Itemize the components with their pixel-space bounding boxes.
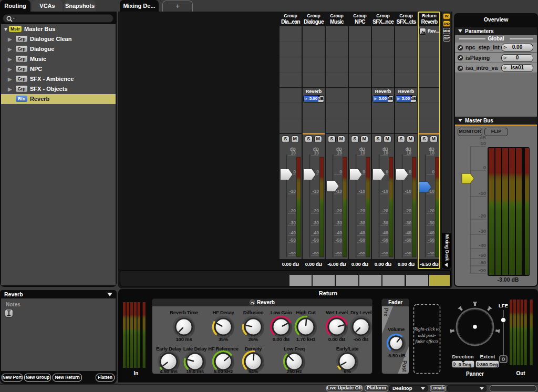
mute-button[interactable]: M bbox=[291, 136, 299, 143]
parameter-row-isa_intro_va[interactable]: isa_intro_va▷isa01 bbox=[455, 63, 537, 73]
mixer-strip-npc[interactable]: GroupNPCSMdB100-10-20-30-40-50-oo0.00 dB bbox=[349, 12, 372, 269]
fader-handle[interactable] bbox=[304, 169, 316, 180]
mute-button[interactable]: M bbox=[430, 136, 438, 143]
solo-button[interactable]: S bbox=[397, 136, 405, 143]
expander-closed-icon[interactable]: ▶ bbox=[8, 67, 12, 71]
rail-out-button[interactable]: OUT bbox=[443, 35, 450, 42]
tree-item-reverb[interactable]: RtnReverb bbox=[1, 94, 116, 104]
dry-level-knob[interactable] bbox=[349, 315, 374, 339]
fx-slot[interactable]: Rev... bbox=[419, 28, 440, 35]
tree-item-dialogue[interactable]: ▶GrpDialogue bbox=[1, 44, 116, 54]
low-gain-knob[interactable] bbox=[269, 315, 294, 339]
mixer-strip-reverb[interactable]: ReturnReverbRev...SMdB100-10-20-30-40-50… bbox=[418, 12, 441, 269]
navigator-block[interactable] bbox=[382, 275, 405, 286]
mute-button[interactable]: M bbox=[407, 136, 415, 143]
tab-vcas[interactable]: VCAs bbox=[32, 0, 63, 12]
platform-button[interactable]: Platform bbox=[365, 385, 388, 391]
parameters-section-header[interactable]: Parameters bbox=[455, 27, 537, 35]
volume-knob[interactable] bbox=[386, 333, 407, 354]
effect-header[interactable]: Reverb bbox=[152, 299, 372, 306]
navigator-block[interactable] bbox=[429, 275, 450, 286]
master-bus-meter[interactable]: dB100-10-20-30-40-50-60-oo-3.00 dB bbox=[458, 136, 537, 288]
panner-position-dot[interactable] bbox=[473, 325, 477, 329]
mixer-strip-music[interactable]: GroupMusicSMdB100-10-20-30-40-50-oo-6.00… bbox=[326, 12, 349, 269]
tree-item-npc[interactable]: ▶GrpNPC bbox=[1, 64, 116, 74]
reverb-time-knob[interactable] bbox=[172, 315, 196, 339]
parameter-value-box[interactable]: ▷0.00 bbox=[501, 44, 533, 51]
notes-edit-button[interactable] bbox=[5, 309, 13, 317]
locale-select[interactable] bbox=[447, 385, 487, 391]
tab-routing[interactable]: Routing bbox=[0, 0, 30, 12]
flip-button[interactable]: FLIP bbox=[484, 128, 508, 136]
extent-value-box[interactable]: 360 Deg bbox=[475, 360, 499, 368]
fader-handle[interactable] bbox=[396, 169, 409, 180]
mixer-strip-sfxcts[interactable]: GroupSFX...ctsReverb▷-5.00dBSMdB100-10-2… bbox=[395, 12, 418, 269]
solo-button[interactable]: S bbox=[305, 136, 313, 143]
expander-closed-icon[interactable]: ▶ bbox=[8, 87, 12, 91]
navigator-block[interactable] bbox=[313, 275, 335, 286]
expander-closed-icon[interactable]: ▶ bbox=[8, 47, 12, 51]
send-value[interactable]: ▷-5.00dB bbox=[303, 95, 324, 102]
master-bus-section-header[interactable]: Master Bus bbox=[455, 117, 537, 125]
tab-add[interactable]: + bbox=[162, 1, 193, 12]
expander-closed-icon[interactable]: ▶ bbox=[8, 37, 12, 42]
mixer-strip-diaean[interactable]: GroupDia...eanSMdB100-10-20-30-40-50-oo0… bbox=[280, 12, 303, 269]
rail-mcr-button[interactable]: MCR bbox=[443, 28, 450, 34]
master-fader-handle[interactable] bbox=[462, 173, 474, 183]
wet-level-knob[interactable] bbox=[325, 315, 349, 339]
hf-decay-knob[interactable] bbox=[211, 315, 236, 339]
navigator-block[interactable] bbox=[289, 275, 312, 286]
collapse-caret-icon[interactable] bbox=[107, 293, 112, 296]
direction-value-box[interactable]: 0 Deg bbox=[452, 360, 474, 368]
lfe-slider-handle[interactable] bbox=[501, 317, 505, 322]
new-return-button[interactable]: New Return bbox=[53, 374, 82, 381]
solo-button[interactable]: S bbox=[328, 136, 336, 143]
status-field[interactable] bbox=[490, 385, 536, 392]
mixer-strip-dialogue[interactable]: GroupDialogueReverb▷-5.00dBSMdB100-10-20… bbox=[303, 12, 326, 269]
search-input[interactable] bbox=[3, 14, 113, 23]
tree-item-sfx-objects[interactable]: ▶GrpSFX - Objects bbox=[1, 84, 116, 94]
mute-button[interactable]: M bbox=[314, 136, 322, 143]
tree-item-sfx-ambience[interactable]: ▶GrpSFX - Ambience bbox=[1, 74, 116, 84]
channel-navigator[interactable] bbox=[120, 270, 451, 286]
send-cell[interactable]: Reverb▷-5.00dB bbox=[303, 87, 325, 102]
fader-handle[interactable] bbox=[281, 169, 293, 180]
tab-snapshots[interactable]: Snapshots bbox=[64, 0, 96, 12]
rail-fx-button[interactable]: FX bbox=[443, 13, 450, 19]
solo-button[interactable]: S bbox=[420, 136, 428, 143]
monitor-button[interactable]: MONITOR bbox=[458, 128, 482, 136]
send-cell[interactable]: Reverb▷-5.00dB bbox=[395, 87, 417, 102]
tree-item-master-bus[interactable]: ▼MstrMaster Bus bbox=[1, 24, 116, 34]
solo-button[interactable]: S bbox=[374, 136, 382, 143]
live-update-button[interactable]: Live Update Off bbox=[326, 385, 363, 391]
tree-item-dialogue-clean[interactable]: ▶GrpDialogue Clean bbox=[1, 34, 116, 44]
parameter-row-isplaying[interactable]: isPlaying▷0 bbox=[455, 53, 537, 63]
new-group-button[interactable]: New Group bbox=[24, 374, 51, 381]
expander-closed-icon[interactable]: ▶ bbox=[8, 77, 12, 81]
navigator-block[interactable] bbox=[359, 275, 381, 286]
send-value[interactable]: ▷-5.00dB bbox=[396, 95, 417, 102]
rail-snd-button[interactable]: SND bbox=[443, 20, 450, 27]
locale-button[interactable]: Locale bbox=[430, 385, 446, 391]
mixer-strip-sfxnce[interactable]: GroupSFX...nceReverb▷-5.00dBSMdB100-10-2… bbox=[372, 12, 395, 269]
diffusion-knob[interactable] bbox=[241, 315, 266, 339]
send-cell[interactable]: Reverb▷-5.00dB bbox=[372, 87, 394, 102]
parameter-value-box[interactable]: ▷isa01 bbox=[501, 64, 533, 72]
mute-button[interactable]: M bbox=[337, 136, 345, 143]
solo-button[interactable]: S bbox=[351, 136, 359, 143]
parameter-row-npc_step_int[interactable]: npc_step_int▷0.00 bbox=[455, 43, 537, 53]
high-cut-knob[interactable] bbox=[294, 315, 318, 339]
solo-button[interactable]: S bbox=[282, 136, 289, 143]
send-value[interactable]: ▷-5.00dB bbox=[373, 95, 394, 102]
mixing-desk-side-tab[interactable]: Mixing Desk bbox=[442, 233, 451, 269]
flatten-button[interactable]: Flatten bbox=[96, 374, 115, 381]
parameter-value-box[interactable]: ▷0 bbox=[501, 54, 533, 62]
tab-mixing-desk[interactable]: Mixing De... bbox=[120, 0, 159, 12]
navigator-block[interactable] bbox=[336, 275, 358, 286]
new-port-button[interactable]: New Port bbox=[2, 374, 23, 381]
post-fader-fx-dropzone[interactable]: Right-click to add post-fader effects bbox=[413, 304, 441, 374]
mute-button[interactable]: M bbox=[360, 136, 368, 143]
expander-open-icon[interactable]: ▼ bbox=[3, 27, 8, 32]
expander-closed-icon[interactable]: ▶ bbox=[8, 57, 12, 61]
fader-handle[interactable] bbox=[373, 169, 386, 180]
